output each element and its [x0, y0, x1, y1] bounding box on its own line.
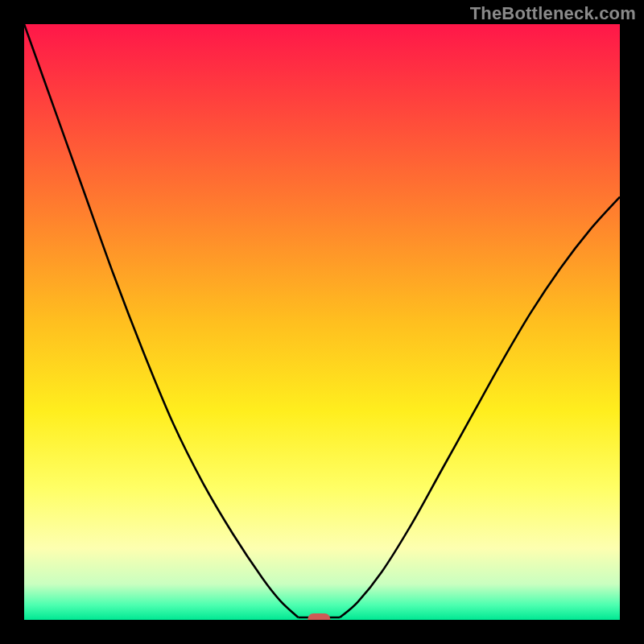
chart-frame: TheBottleneck.com — [0, 0, 644, 644]
plot-area — [24, 24, 620, 620]
minimum-marker — [308, 613, 330, 620]
gradient-background — [24, 24, 620, 620]
attribution-text: TheBottleneck.com — [470, 3, 636, 24]
bottleneck-chart — [24, 24, 620, 620]
